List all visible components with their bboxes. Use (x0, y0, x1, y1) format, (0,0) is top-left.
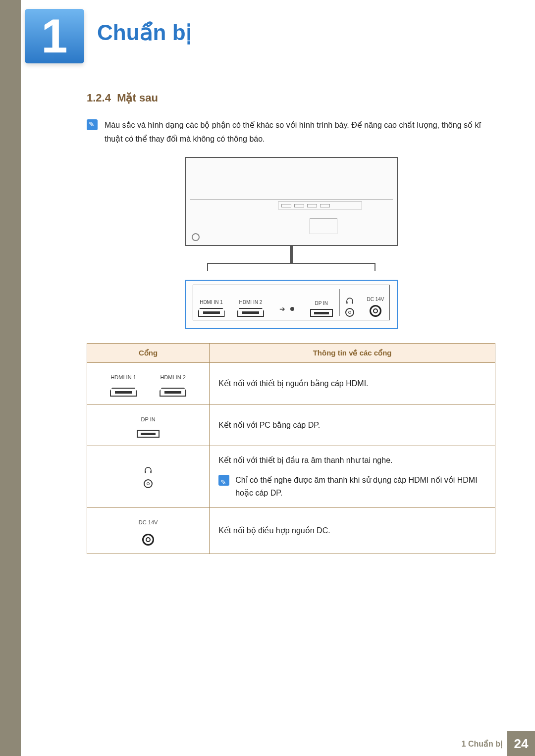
note-icon (218, 475, 229, 486)
svg-rect-1 (352, 302, 353, 304)
section-number: 1.2.4 (87, 92, 111, 104)
port-desc: Kết nối với PC bằng cáp DP. (210, 405, 495, 446)
hdmi-port-icon (110, 388, 137, 397)
chapter-title: Chuẩn bị (97, 20, 192, 45)
port-desc: Kết nối bộ điều hợp nguồn DC. (210, 508, 495, 554)
dp-port-icon (310, 309, 333, 317)
monitor-rear-figure: HDMI IN 1 HDMI IN 2 ➔ DP IN (87, 157, 495, 329)
port-panel-figure: HDMI IN 1 HDMI IN 2 ➔ DP IN (185, 280, 398, 329)
port-desc: Kết nối với thiết bị đầu ra âm thanh như… (218, 454, 486, 467)
dc-jack-icon (142, 534, 154, 546)
port-label: DP IN (315, 301, 328, 306)
chapter-badge: 1 (25, 9, 84, 63)
th-port: Cổng (87, 344, 210, 363)
svg-rect-0 (346, 302, 347, 304)
note-text: Màu sắc và hình dạng các bộ phận có thể … (105, 118, 495, 146)
port-hdmi1: HDMI IN 1 (198, 300, 225, 317)
hdmi-port-icon (198, 308, 225, 317)
section-heading: 1.2.4 Mặt sau (87, 92, 495, 104)
info-note: Màu sắc và hình dạng các bộ phận có thể … (87, 118, 495, 146)
port-dc: DC 14V (367, 297, 384, 317)
port-hdmi2: HDMI IN 2 (237, 300, 264, 317)
dp-port-icon (137, 430, 160, 438)
audio-jack-icon (345, 308, 354, 317)
port-label: HDMI IN 2 (160, 371, 185, 384)
note-icon (87, 119, 98, 130)
port-label: HDMI IN 1 (110, 371, 136, 384)
footer-page-number: 24 (507, 731, 535, 756)
th-desc: Thông tin về các cổng (210, 344, 495, 363)
port-label: DC 14V (367, 297, 384, 302)
footer-chapter-label: 1 Chuẩn bị (462, 739, 502, 749)
audio-jack-icon (144, 479, 153, 488)
section-title: Mặt sau (117, 92, 158, 104)
svg-rect-3 (150, 471, 151, 473)
headphone-icon (144, 465, 152, 473)
monitor-rear-view (185, 157, 398, 246)
table-row: DC 14V Kết nối bộ điều hợp nguồn DC. (87, 508, 495, 554)
port-label: DP IN (141, 413, 156, 426)
table-row: Kết nối với thiết bị đầu ra âm thanh như… (87, 446, 495, 508)
subnote-text: Chỉ có thể nghe được âm thanh khi sử dụn… (235, 474, 486, 500)
dc-jack-icon (370, 305, 381, 317)
headphone-icon (346, 297, 354, 305)
port-label: DC 14V (139, 516, 158, 529)
nested-note: Chỉ có thể nghe được âm thanh khi sử dụn… (218, 474, 486, 500)
table-row: DP IN Kết nối với PC bằng cáp DP. (87, 405, 495, 446)
hdmi-port-icon (160, 388, 186, 397)
sidebar-stripe (0, 0, 21, 756)
port-label: HDMI IN 2 (239, 300, 263, 305)
table-row: HDMI IN 1 HDMI IN 2 Kết nối với thiết bị… (87, 363, 495, 405)
indicator-dots: ➔ (279, 305, 294, 313)
port-headphone (345, 297, 354, 317)
chapter-number: 1 (41, 9, 67, 63)
hdmi-port-icon (237, 308, 264, 317)
page-footer: 1 Chuẩn bị 24 (0, 731, 535, 756)
port-dp: DP IN (310, 301, 333, 317)
port-desc: Kết nối với thiết bị nguồn bằng cáp HDMI… (210, 363, 495, 405)
port-table: Cổng Thông tin về các cổng HDMI IN 1 HDM… (87, 343, 495, 554)
page-content: 1.2.4 Mặt sau Màu sắc và hình dạng các b… (87, 92, 495, 554)
svg-rect-2 (145, 471, 146, 473)
port-label: HDMI IN 1 (200, 300, 223, 305)
